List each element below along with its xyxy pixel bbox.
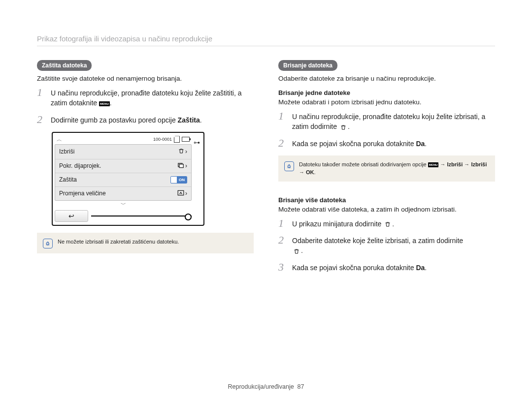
menu-icon: MENU xyxy=(428,162,439,167)
svg-rect-2 xyxy=(178,190,184,195)
camera-menu-screenshot: ︿ 100-0001 Izbriši xyxy=(52,132,204,226)
image-counter: 100-0001 xyxy=(153,137,172,142)
chevron-up-icon: ︿ xyxy=(57,136,62,143)
note-icon xyxy=(43,239,53,248)
menu-item-delete[interactable]: Izbriši › xyxy=(55,145,191,159)
trash-icon xyxy=(339,124,348,130)
sd-card-icon xyxy=(174,136,180,143)
note-delete-one: Datoteku također možete obrisati dodiriv… xyxy=(278,155,495,182)
menu-item-resize[interactable]: Promjena veličine › xyxy=(55,187,191,200)
delete-lead: Odaberite datoteke za brisanje u načinu … xyxy=(278,75,495,82)
note-protect: Ne možete izbrisati ili zakretati zaštić… xyxy=(37,233,254,253)
trash-icon xyxy=(383,221,392,227)
note-icon xyxy=(284,161,294,171)
chevron-down-icon: ﹀ xyxy=(55,201,192,208)
subhead-delete-many: Brisanje više datoteka xyxy=(278,196,495,204)
step-text: U načinu reprodukcije, pronađite datotek… xyxy=(292,112,495,132)
step-number: 1 xyxy=(278,218,287,229)
step-number: 1 xyxy=(278,111,287,132)
delete-one-lead: Možete odabrati i potom izbrisati jednu … xyxy=(278,98,495,106)
step-text: Odaberite datoteke koje želite izbrisati… xyxy=(292,236,463,256)
step-number: 3 xyxy=(278,262,287,273)
resize-icon xyxy=(177,190,184,197)
step-text: Kada se pojavi skočna poruka dotaknite D… xyxy=(292,263,427,273)
section-pill-delete: Brisanje datoteka xyxy=(278,60,337,71)
step-number: 2 xyxy=(278,235,287,256)
right-column: Brisanje datoteka Odaberite datoteke za … xyxy=(278,60,495,279)
section-pill-protect: Zaštita datoteka xyxy=(37,60,92,71)
trash-icon xyxy=(292,248,301,254)
slider[interactable] xyxy=(91,216,192,216)
toggle-on[interactable]: ON xyxy=(170,176,187,184)
page-footer: Reprodukcija/uređivanje 87 xyxy=(0,383,532,390)
page-title: Prikaz fotografija ili videozapisa u nač… xyxy=(37,34,495,46)
back-button[interactable]: ↩ xyxy=(55,210,88,222)
step-number: 1 xyxy=(37,87,46,108)
step-text: Kada se pojavi skočna poruka dotaknite D… xyxy=(292,139,427,149)
step-text: U načinu reprodukcije, pronađite datotek… xyxy=(51,88,254,108)
key-icon: ⊶ xyxy=(194,139,200,146)
delete-many-lead: Možete odabrati više datoteka, a zatim i… xyxy=(278,206,495,213)
step-number: 2 xyxy=(37,114,46,125)
slideshow-icon xyxy=(177,162,184,170)
protect-lead: Zaštitite svoje datoteke od nenamjernog … xyxy=(37,75,254,82)
step-text: U prikazu minijatura dodirnite . xyxy=(292,219,394,229)
menu-icon: MENU xyxy=(99,101,110,106)
svg-rect-1 xyxy=(179,164,183,168)
trash-icon xyxy=(178,148,184,156)
step-number: 2 xyxy=(278,138,287,149)
left-column: Zaštita datoteka Zaštitite svoje datotek… xyxy=(37,60,254,279)
menu-item-protect[interactable]: Zaštita ON xyxy=(55,173,191,187)
menu-item-slideshow[interactable]: Pokr. dijaprojek. › xyxy=(55,159,191,173)
step-text: Dodirnite gumb za postavku pored opcije … xyxy=(51,115,202,125)
battery-icon xyxy=(182,137,190,142)
subhead-delete-one: Brisanje jedne datoteke xyxy=(278,89,495,96)
